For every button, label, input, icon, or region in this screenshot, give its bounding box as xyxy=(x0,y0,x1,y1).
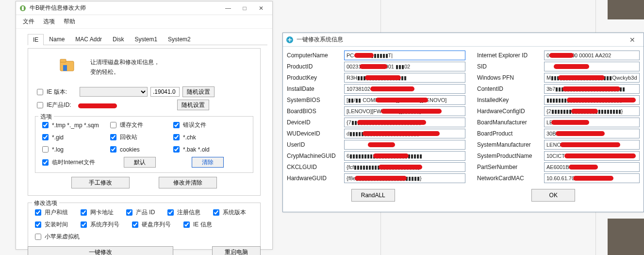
label-systemproductname: SystemProductName xyxy=(477,153,544,159)
label-boardproduct: BoardProduct xyxy=(477,130,544,137)
clear-button[interactable]: 清除 xyxy=(192,157,224,168)
opt-chk[interactable]: *.chk xyxy=(171,133,244,142)
mo-reginfo[interactable]: 注册信息 xyxy=(165,208,200,217)
value-hardwareconfigid[interactable]: {2▮▮▮▮▮▮▮▮▮▮▮▮▮▮▮▮▮▮▮▮▮▮▮▮} xyxy=(544,106,640,116)
value-partsernumber[interactable]: AE6001BC xyxy=(544,162,640,172)
oneclick-modify-button[interactable]: 一键修改 xyxy=(28,246,173,255)
label-systembios: SystemBIOS xyxy=(287,97,344,103)
label-hardwareguid: HardwareGUID xyxy=(287,175,344,182)
opt-errfile[interactable]: 错误文件 xyxy=(171,120,244,130)
tab-system1[interactable]: System1 xyxy=(129,34,163,45)
random-set-version-button[interactable]: 随机设置 xyxy=(182,86,215,97)
value-internet-explorer-id[interactable]: 00331 10000 00001 AA202 xyxy=(544,51,640,60)
value-boardproduct[interactable]: 30BD xyxy=(544,129,640,138)
ie-version-build[interactable] xyxy=(150,87,180,97)
label-hardwareconfigid: HardwareConfigID xyxy=(477,108,544,115)
tab-macaddr[interactable]: MAC Addr xyxy=(70,34,107,45)
randall-button[interactable]: RandALL xyxy=(351,189,395,202)
value-productkey[interactable]: R3H▮▮▮▮▮▮▮▮▮▮▮▮▮▮▮▮▮ xyxy=(344,73,465,83)
value-ckclguid[interactable]: {fcf▮▮▮▮▮▮▮▮▮▮▮▮▮▮▮▮▮▮▮▮▮▮} xyxy=(344,162,465,172)
label-deviceid: DeviceID xyxy=(287,119,344,126)
opt-cookies[interactable]: cookies xyxy=(108,145,171,154)
value-crypmachineguid[interactable]: 6▮▮▮▮▮▮▮▮▮▮▮▮▮▮▮▮▮▮▮▮▮▮▮▮▮ xyxy=(344,151,465,161)
tab-system2[interactable]: System2 xyxy=(163,34,196,45)
value-systemmanufacturer[interactable]: LENOVO xyxy=(544,140,640,150)
label-userid: UserID xyxy=(287,141,344,148)
label-wudeviceid: WUDeviceID xyxy=(287,130,344,137)
menu-options[interactable]: 选项 xyxy=(41,17,57,27)
ok-button[interactable]: OK xyxy=(531,189,575,202)
mo-xpgvm[interactable]: 小苹果虚拟机 xyxy=(33,232,80,241)
mo-productid[interactable]: 产品 ID xyxy=(124,208,155,217)
modify-options-group: 修改选项 用户和组 网卡地址 产品 ID 注册信息 系统版本 安装时间 系统序列… xyxy=(28,203,261,255)
label-installedkey: InstalledKey xyxy=(477,97,544,103)
app-icon xyxy=(19,4,27,12)
label-installdate: InstallDate xyxy=(287,85,344,92)
ie-version-select[interactable] xyxy=(80,87,148,97)
svg-rect-4 xyxy=(63,65,67,71)
value-wudeviceid[interactable]: d▮▮▮▮▮▮▮▮▮▮▮▮▮▮▮▮▮▮▮▮▮▮▮▮ xyxy=(344,129,465,138)
value-deviceid[interactable]: {7▮▮▮▮▮▮▮▮▮▮▮▮▮▮▮▮▮▮▮▮▮▮▮▮ xyxy=(344,118,465,127)
opt-gid[interactable]: *.gid xyxy=(40,133,108,142)
ie-productid-checkbox[interactable]: IE产品ID: xyxy=(35,101,71,110)
modify-and-clear-button[interactable]: 修改并清除 xyxy=(159,177,217,188)
maximize-button[interactable]: □ xyxy=(236,2,253,14)
ie-version-checkbox[interactable]: IE 版本: xyxy=(35,87,67,97)
ie-panel: 让清理磁盘和修改IE信息， 变的轻松。 IE 版本: 随机设置 IE产品ID: … xyxy=(28,48,261,196)
right-titlebar[interactable]: 一键修改系统信息 ✕ xyxy=(283,33,644,47)
mo-nicaddr[interactable]: 网卡地址 xyxy=(79,208,114,217)
default-button[interactable]: 默认 xyxy=(124,157,156,168)
value-sid[interactable] xyxy=(544,62,640,71)
value-boardmanufacturer[interactable]: LENOVO xyxy=(544,118,640,127)
value-hardwareguid[interactable]: {f8e▮▮▮▮▮▮▮▮▮▮▮▮▮▮▮▮▮▮▮▮▮▮} xyxy=(344,173,465,183)
label-productkey: ProductKey xyxy=(287,74,344,81)
value-installedkey[interactable]: ▮▮▮▮▮▮▮▮▮▮▮▮▮▮▮▮▮▮▮▮▮▮▮▮▮▮ xyxy=(544,95,640,105)
opt-inetfiles[interactable]: 临时Internet文件 xyxy=(40,157,108,168)
value-computername[interactable]: PC-20230▮▮▮▮▮▮T| xyxy=(344,51,465,60)
value-systembios[interactable]: [▮▮/▮▮ COMPATIBLE][00/12/15][LENOVO] xyxy=(344,95,465,105)
left-titlebar[interactable]: 牛B硬件信息修改大师 — □ ✕ xyxy=(16,1,272,15)
value-networkcardmac[interactable]: 10.60.61.70.75.5B xyxy=(544,173,640,183)
opt-recycle[interactable]: 回收站 xyxy=(108,133,171,142)
svg-rect-1 xyxy=(22,6,24,10)
tab-ie[interactable]: IE xyxy=(28,34,44,45)
modify-options-legend: 修改选项 xyxy=(32,199,59,207)
label-internet-explorer-id: Internet Explorer ID xyxy=(477,52,544,59)
dialog-close-button[interactable]: ✕ xyxy=(624,34,641,46)
mo-diskserial[interactable]: 硬盘序列号 xyxy=(130,220,171,229)
tab-name[interactable]: Name xyxy=(44,34,70,45)
random-set-productid-button[interactable]: 随机设置 xyxy=(177,100,209,110)
value-windows-pfn[interactable]: M▮▮▮▮▮▮▮▮▮▮▮▮▮▮▮▮▮▮▮▮▮Qwckyb3d xyxy=(544,73,640,83)
value-systemproductname[interactable]: 10CICTO1WW xyxy=(544,151,640,161)
label-boardmanufacturer: BoardManufacturer xyxy=(477,119,544,126)
mo-ieinfo[interactable]: IE 信息 xyxy=(182,220,212,229)
close-button[interactable]: ✕ xyxy=(253,2,269,14)
menu-help[interactable]: 帮助 xyxy=(62,17,77,27)
right-window: 一键修改系统信息 ✕ ComputerNamePC-20230▮▮▮▮▮▮T|I… xyxy=(282,33,644,212)
label-windows-pfn: Windows PFN xyxy=(477,74,544,81)
opt-cache[interactable]: 缓存文件 xyxy=(108,120,171,130)
mo-installtime[interactable]: 安装时间 xyxy=(33,220,68,229)
value-contentid[interactable]: 3b7▮▮▮▮▮▮▮▮▮▮▮▮▮▮▮▮▮▮▮▮▮▮▮▮ xyxy=(544,84,640,94)
ie-desc-line1: 让清理磁盘和修改IE信息， xyxy=(90,57,160,67)
label-computername: ComputerName xyxy=(287,52,344,59)
opt-bak[interactable]: *.bak *.old xyxy=(171,145,244,154)
tab-strip: IE Name MAC Addr Disk System1 System2 xyxy=(28,34,267,45)
value-boardbios[interactable]: [LENOVO][FWKTEAA][▮▮▮▮▮▮] xyxy=(344,106,465,116)
folder-icon xyxy=(59,57,76,74)
opt-log[interactable]: *.log xyxy=(40,145,108,154)
label-networkcardmac: NetworkCardMAC xyxy=(477,175,544,182)
mo-sysver[interactable]: 系统版本 xyxy=(211,208,246,217)
menu-file[interactable]: 文件 xyxy=(21,17,36,27)
opt-tmp[interactable]: *.tmp *._mp *.sqm xyxy=(40,120,108,130)
minimize-button[interactable]: — xyxy=(220,2,236,14)
tab-disk[interactable]: Disk xyxy=(107,34,129,45)
value-userid[interactable] xyxy=(344,140,465,150)
value-productid[interactable]: 00231 10000 00001 ▮▮▮02 xyxy=(344,62,465,71)
reboot-button[interactable]: 重启电脑 xyxy=(212,246,261,255)
manual-modify-button[interactable]: 手工修改 xyxy=(71,177,130,188)
ie-desc: 让清理磁盘和修改IE信息， 变的轻松。 xyxy=(90,57,160,77)
mo-usersgroups[interactable]: 用户和组 xyxy=(33,208,68,217)
value-installdate[interactable]: 1073810245 xyxy=(344,84,465,94)
mo-sysserial[interactable]: 系统序列号 xyxy=(79,220,119,229)
